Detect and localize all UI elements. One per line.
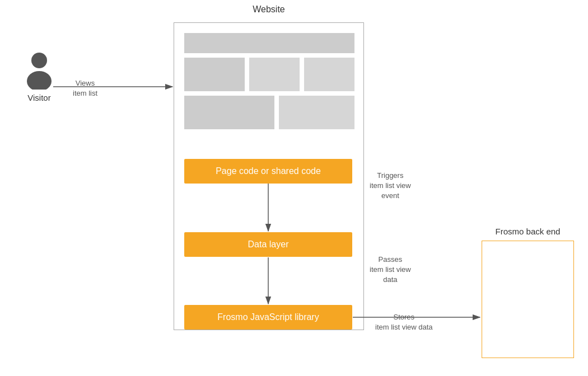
views-label: Views item list bbox=[73, 78, 97, 98]
svg-point-0 bbox=[31, 53, 47, 68]
data-layer-label: Data layer bbox=[248, 239, 289, 250]
mock-card-4 bbox=[184, 96, 274, 129]
frosmo-js-label: Frosmo JavaScript library bbox=[217, 312, 319, 322]
frosmo-js-box: Frosmo JavaScript library bbox=[184, 305, 352, 330]
backend-title: Frosmo back end bbox=[479, 227, 577, 236]
data-layer-box: Data layer bbox=[184, 232, 352, 257]
mock-card-2 bbox=[249, 58, 300, 91]
page-code-box: Page code or shared code bbox=[184, 159, 352, 184]
mock-row-1 bbox=[184, 58, 354, 91]
mock-card-3 bbox=[304, 58, 354, 91]
visitor-label: Visitor bbox=[27, 93, 50, 102]
triggers-label: Triggers item list view event bbox=[370, 171, 411, 201]
svg-point-1 bbox=[27, 71, 52, 90]
page-code-label: Page code or shared code bbox=[216, 166, 321, 176]
diagram-container: Visitor Website Page code or shared code… bbox=[0, 0, 588, 376]
mock-card-5 bbox=[279, 96, 354, 129]
visitor-icon bbox=[22, 50, 56, 90]
backend-box: Database bbox=[482, 241, 574, 358]
mock-row-2 bbox=[184, 96, 354, 129]
website-title: Website bbox=[174, 4, 364, 15]
passes-label: Passes item list view data bbox=[370, 255, 411, 285]
mock-page bbox=[184, 33, 354, 153]
mock-card-1 bbox=[184, 58, 245, 91]
mock-header bbox=[184, 33, 354, 53]
visitor-area: Visitor bbox=[11, 50, 67, 102]
stores-label: Stores item list view data bbox=[375, 312, 433, 332]
